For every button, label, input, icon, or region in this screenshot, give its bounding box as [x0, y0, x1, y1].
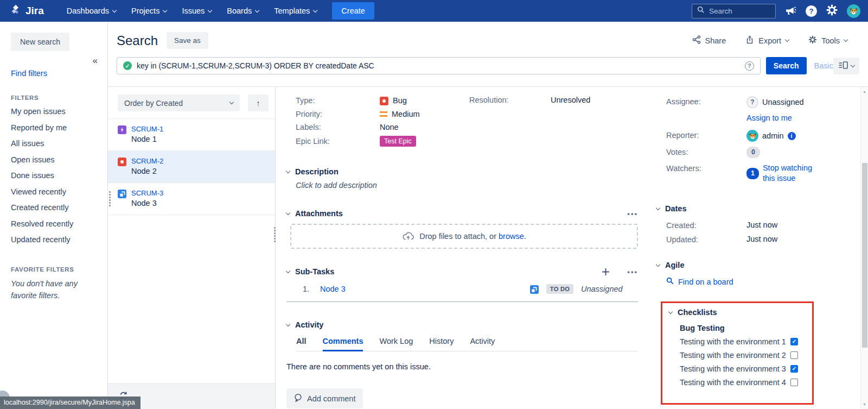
nav-menu-projects[interactable]: Projects: [124, 0, 174, 22]
checkbox[interactable]: [790, 365, 798, 373]
page-title: Search: [117, 33, 158, 48]
jql-query-input[interactable]: ✓ key in (SCRUM-1,SCRUM-2,SCRUM-3) ORDER…: [117, 57, 761, 74]
chevron-down-icon: [850, 62, 854, 67]
issue-key[interactable]: SCRUM-2: [131, 156, 163, 166]
vertical-scrollbar[interactable]: ▲ ▼: [860, 87, 868, 409]
admin-gear-icon[interactable]: [826, 4, 838, 18]
create-button[interactable]: Create: [332, 2, 374, 20]
updated-value: Just now: [746, 234, 819, 244]
chevron-down-icon: [112, 8, 117, 12]
basic-mode-link[interactable]: Basic: [814, 61, 833, 70]
comment-bubble-icon: [294, 393, 302, 404]
find-filters-link[interactable]: Find filters: [11, 69, 107, 78]
jira-logo-icon: [10, 4, 22, 18]
more-actions-icon[interactable]: •••: [627, 210, 638, 218]
query-help-icon[interactable]: ?: [745, 61, 754, 71]
reporter-avatar[interactable]: [746, 130, 758, 142]
sidebar-item-my-open-issues[interactable]: My open issues: [11, 104, 107, 120]
sidebar-item-created-recently[interactable]: Created recently: [11, 200, 107, 216]
sidebar-item-viewed-recently[interactable]: Viewed recently: [11, 184, 107, 200]
chevron-down-icon: [255, 8, 259, 12]
add-subtask-icon[interactable]: [602, 268, 610, 276]
nav-menu-dashboards[interactable]: Dashboards: [59, 0, 124, 22]
checkbox[interactable]: [790, 351, 798, 359]
info-icon[interactable]: i: [788, 132, 796, 140]
reporter-value: admin: [762, 131, 784, 141]
checklists-highlight-box: Checklists Bug Testing Testing with the …: [661, 301, 814, 405]
subtask-status-badge[interactable]: TO DO: [546, 284, 573, 294]
tab-history[interactable]: History: [429, 337, 454, 351]
collapse-section-icon[interactable]: [286, 210, 290, 215]
issue-key[interactable]: SCRUM-3: [131, 188, 163, 198]
sidebar-item-open-issues[interactable]: Open issues: [11, 152, 107, 168]
sidebar-item-all-issues[interactable]: All issues: [11, 136, 107, 152]
sidebar-item-reported-by-me[interactable]: Reported by me: [11, 120, 107, 136]
checkbox[interactable]: [790, 338, 798, 345]
watchers-badge[interactable]: 1: [746, 168, 759, 179]
issue-row-scrum-2[interactable]: SCRUM-2 Node 2: [108, 151, 275, 183]
share-button[interactable]: Share: [692, 35, 726, 46]
sidebar-resize-handle[interactable]: [109, 191, 111, 206]
order-by-dropdown[interactable]: Order by Created: [118, 95, 240, 111]
find-on-board-link[interactable]: Find on a board: [678, 278, 733, 286]
dropzone-text: Drop files to attach, or: [419, 232, 496, 241]
tab-comments[interactable]: Comments: [323, 337, 363, 351]
jira-logo[interactable]: Jira: [10, 4, 44, 18]
collapse-section-icon[interactable]: [286, 168, 290, 173]
stop-watching-link[interactable]: Stop watching this issue: [763, 163, 819, 184]
view-layout-toggle[interactable]: [833, 58, 859, 74]
subtask-type-icon: [530, 285, 539, 294]
issue-key[interactable]: SCRUM-1: [131, 124, 163, 134]
share-icon: [692, 35, 701, 46]
collapse-section-icon[interactable]: [668, 309, 673, 313]
attachments-dropzone[interactable]: Drop files to attach, or browse.: [290, 224, 638, 249]
top-navigation: Jira Dashboards Projects Issues Boards T…: [0, 0, 868, 22]
add-comment-button[interactable]: Add comment: [286, 388, 363, 408]
issue-row-scrum-1[interactable]: SCRUM-1 Node 1: [108, 119, 275, 151]
nav-menu-boards[interactable]: Boards: [219, 0, 266, 22]
save-as-button[interactable]: Save as: [167, 32, 208, 49]
assignee-value: Unassigned: [762, 97, 804, 108]
gear-icon: [808, 35, 817, 46]
collapse-section-icon[interactable]: [286, 322, 290, 326]
issue-row-scrum-3[interactable]: SCRUM-3 Node 3: [108, 183, 275, 215]
user-avatar[interactable]: [847, 4, 860, 18]
export-button[interactable]: Export: [745, 35, 789, 46]
issue-summary: Node 2: [131, 166, 163, 177]
more-actions-icon[interactable]: •••: [627, 268, 638, 276]
scroll-down-icon[interactable]: ▼: [861, 400, 868, 408]
sidebar-item-updated-recently[interactable]: Updated recently: [11, 232, 107, 248]
checkbox[interactable]: [790, 379, 798, 386]
search-button[interactable]: Search: [766, 57, 807, 74]
global-search-input[interactable]: [709, 7, 769, 15]
favorite-filters-header: FAVORITE FILTERS: [11, 266, 107, 273]
collapse-section-icon[interactable]: [286, 268, 290, 273]
updated-label: Updated:: [666, 234, 746, 244]
tab-activity[interactable]: Activity: [470, 337, 495, 351]
tools-button[interactable]: Tools: [808, 35, 847, 46]
sidebar-item-resolved-recently[interactable]: Resolved recently: [11, 216, 107, 232]
description-placeholder[interactable]: Click to add description: [296, 181, 638, 190]
collapse-section-icon[interactable]: [656, 262, 660, 266]
scrollbar-thumb[interactable]: [862, 163, 867, 348]
collapse-section-icon[interactable]: [656, 205, 660, 210]
subtask-link[interactable]: Node 3: [320, 285, 346, 293]
announcements-icon[interactable]: [785, 4, 796, 18]
assign-to-me-link[interactable]: Assign to me: [746, 113, 792, 123]
epic-link-badge[interactable]: Test Epic: [380, 136, 416, 147]
tab-all[interactable]: All: [296, 337, 307, 351]
sidebar-item-done-issues[interactable]: Done issues: [11, 168, 107, 184]
browse-link[interactable]: browse.: [499, 232, 526, 241]
scroll-up-icon[interactable]: ▲: [861, 87, 868, 96]
nav-menu-issues[interactable]: Issues: [174, 0, 219, 22]
sort-direction-button[interactable]: ↑: [248, 95, 269, 111]
new-search-button[interactable]: New search: [11, 33, 69, 51]
tab-work-log[interactable]: Work Log: [379, 337, 413, 351]
votes-badge[interactable]: 0: [746, 147, 760, 158]
collapse-sidebar-icon[interactable]: «: [93, 55, 98, 66]
help-icon[interactable]: ?: [806, 5, 817, 17]
type-value: Bug: [393, 96, 407, 105]
global-search[interactable]: [692, 4, 776, 18]
detail-resize-handle[interactable]: [274, 227, 276, 242]
nav-menu-templates[interactable]: Templates: [266, 0, 324, 22]
